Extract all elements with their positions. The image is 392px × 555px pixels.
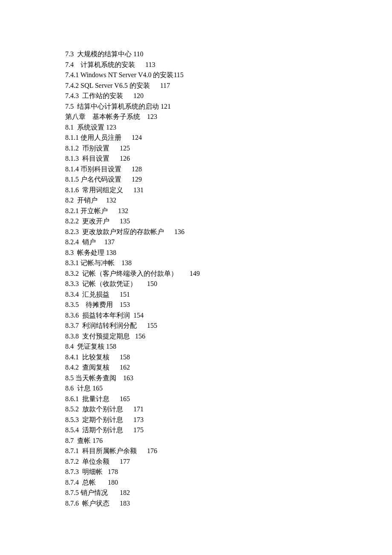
table-of-contents: 7.3 大规模的结算中心 1107.4 计算机系统的安装 1137.4.1 Wi… [65,49,329,509]
toc-entry: 8.1.1 使用人员注册 124 [65,133,329,143]
toc-entry: 8.2.4 销户 137 [65,237,329,248]
toc-entry: 8.7.4 总帐 180 [65,477,329,488]
toc-entry: 8.3.1 记帐与冲帐 138 [65,258,329,269]
toc-entry: 7.4.1 Windows NT Server V4.0 的安装115 [65,70,329,81]
toc-entry: 8.2 开销户 132 [65,195,329,206]
toc-entry: 8.4 凭证复核 158 [65,341,329,352]
toc-entry: 8.2.3 更改放款户对应的存款帐户 136 [65,227,329,237]
toc-entry: 8.3.5 待摊费用 153 [65,300,329,310]
toc-entry: 8.6 计息 165 [65,383,329,394]
toc-entry: 8.3 帐务处理 138 [65,248,329,258]
toc-entry: 8.1 系统设置 123 [65,122,329,133]
toc-entry: 7.4 计算机系统的安装 113 [65,60,329,70]
toc-entry: 7.5 结算中心计算机系统的启动 121 [65,101,329,112]
toc-entry: 8.5.2 放款个别计息 171 [65,404,329,415]
toc-entry: 7.3 大规模的结算中心 110 [65,49,329,60]
toc-entry: 8.5.3 定期个别计息 173 [65,415,329,425]
toc-entry: 8.1.3 科目设置 126 [65,153,329,164]
toc-entry: 8.5.4 活期个别计息 175 [65,425,329,436]
toc-entry: 8.1.5 户名代码设置 129 [65,174,329,185]
toc-entry: 8.7.6 帐户状态 183 [65,498,329,509]
toc-entry: 8.3.6 损益转本年利润 154 [65,310,329,321]
toc-entry: 8.3.2 记帐（客户终端录入的付款单） 149 [65,269,329,279]
toc-entry: 8.1.4 币别科目设置 128 [65,164,329,175]
toc-entry: 8.7.3 明细帐 178 [65,467,329,477]
toc-entry: 8.2.2 更改开户 135 [65,216,329,227]
toc-entry: 8.7.5 销户情况 182 [65,488,329,498]
toc-entry: 8.4.1 比较复核 158 [65,352,329,363]
toc-entry: 7.4.2 SQL Server V6.5 的安装 117 [65,81,329,91]
toc-entry: 8.6.1 批量计息 165 [65,394,329,405]
toc-entry: 7.4.3 工作站的安装 120 [65,91,329,101]
toc-entry: 8.5 当天帐务查阅 163 [65,373,329,384]
toc-entry: 8.4.2 查阅复核 162 [65,362,329,373]
toc-entry: 8.3.4 汇兑损益 151 [65,289,329,300]
toc-entry: 8.3.3 记帐（收款凭证） 150 [65,279,329,289]
toc-entry: 8.7.1 科目所属帐户余额 176 [65,446,329,457]
document-page: 7.3 大规模的结算中心 1107.4 计算机系统的安装 1137.4.1 Wi… [0,0,329,509]
toc-entry: 第八章 基本帐务子系统 123 [65,112,329,122]
toc-entry: 8.2.1 开立帐户 132 [65,206,329,217]
toc-entry: 8.3.7 利润结转利润分配 155 [65,321,329,331]
toc-entry: 8.1.6 常用词组定义 131 [65,185,329,196]
toc-entry: 8.7.2 单位余额 177 [65,457,329,467]
toc-entry: 8.7 查帐 176 [65,436,329,446]
toc-entry: 8.1.2 币别设置 125 [65,143,329,154]
toc-entry: 8.3.8 支付预提定期息 156 [65,331,329,342]
